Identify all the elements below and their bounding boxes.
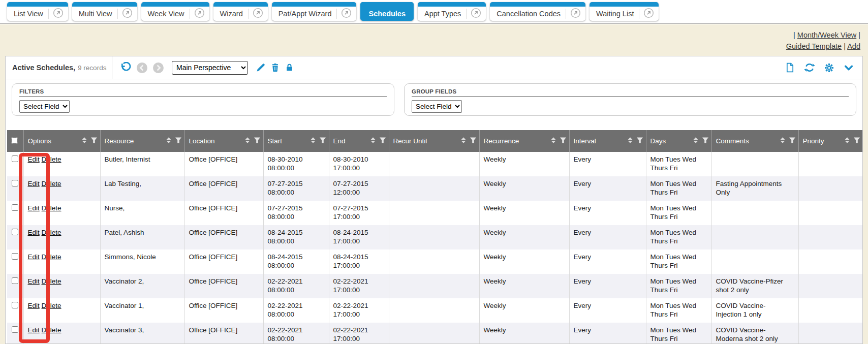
filter-funnel-icon[interactable] <box>175 137 182 145</box>
filter-funnel-icon[interactable] <box>379 137 386 145</box>
delete-link[interactable]: Delete <box>42 155 61 163</box>
sort-icon[interactable] <box>81 137 87 145</box>
separator: | <box>793 31 795 39</box>
cell-recurrence: Weekly <box>479 274 569 298</box>
popout-arrow-icon[interactable] <box>194 8 205 20</box>
sort-icon[interactable] <box>550 137 556 145</box>
edit-link[interactable]: Edit <box>28 253 40 261</box>
tab-label: Multi View <box>79 10 117 18</box>
filter-funnel-icon[interactable] <box>254 137 261 145</box>
row-checkbox[interactable] <box>12 204 18 211</box>
edit-link[interactable]: Edit <box>28 180 40 187</box>
column-header-start: Start <box>263 130 329 152</box>
previous-icon[interactable] <box>136 62 148 74</box>
edit-link[interactable]: Edit <box>28 229 40 236</box>
perspective-select[interactable]: Main Perspective <box>172 61 248 75</box>
delete-link[interactable]: Delete <box>42 302 61 309</box>
add-link[interactable]: Add <box>847 42 860 50</box>
popout-arrow-icon[interactable] <box>53 8 64 20</box>
cell-comments <box>711 152 798 176</box>
cell-interval: Every <box>569 176 646 201</box>
popout-arrow-icon[interactable] <box>341 8 352 20</box>
delete-link[interactable]: Delete <box>42 277 61 285</box>
sort-icon[interactable] <box>310 137 316 145</box>
cell-recur-until <box>389 176 479 201</box>
refresh-icon[interactable] <box>804 62 815 73</box>
sort-icon[interactable] <box>166 137 172 145</box>
delete-link[interactable]: Delete <box>42 180 61 187</box>
sort-icon[interactable] <box>244 137 251 145</box>
popout-arrow-icon[interactable] <box>471 8 481 20</box>
popout-arrow-icon[interactable] <box>253 8 263 20</box>
next-icon[interactable] <box>152 62 164 74</box>
edit-link[interactable]: Edit <box>28 155 40 163</box>
row-checkbox[interactable] <box>12 302 18 308</box>
cell-comments: Fasting Appointments Only <box>711 176 798 201</box>
row-checkbox[interactable] <box>12 277 18 284</box>
filter-funnel-icon[interactable] <box>702 137 709 145</box>
tab-schedules[interactable]: Schedules <box>360 2 414 21</box>
sort-icon[interactable] <box>780 137 786 145</box>
delete-link[interactable]: Delete <box>42 253 61 261</box>
filter-funnel-icon[interactable] <box>560 137 567 145</box>
guided-template-link[interactable]: Guided Template <box>786 42 842 50</box>
reset-icon[interactable] <box>120 62 132 74</box>
delete-link[interactable]: Delete <box>42 229 61 236</box>
lock-icon[interactable] <box>285 62 294 73</box>
tab-cancellation-codes[interactable]: Cancellation Codes <box>490 2 585 21</box>
delete-link[interactable]: Delete <box>42 326 61 334</box>
edit-link[interactable]: Edit <box>28 204 40 212</box>
new-document-icon[interactable] <box>785 62 795 73</box>
sort-icon[interactable] <box>693 137 699 145</box>
popout-arrow-icon[interactable] <box>122 8 133 20</box>
filter-funnel-icon[interactable] <box>789 137 796 145</box>
edit-link[interactable]: Edit <box>28 326 40 334</box>
edit-pencil-icon[interactable] <box>256 62 266 73</box>
tab-list-view[interactable]: List View <box>7 2 68 21</box>
tab-multi-view[interactable]: Multi View <box>72 2 137 21</box>
month-week-view-link[interactable]: Month/Week View <box>797 31 856 39</box>
filter-funnel-icon[interactable] <box>90 137 98 145</box>
tab-appt-types[interactable]: Appt Types <box>418 2 486 21</box>
sort-icon[interactable] <box>844 137 850 145</box>
select-all-checkbox[interactable] <box>11 137 18 144</box>
cell-location: Office [OFFICE] <box>184 298 263 323</box>
popout-arrow-icon[interactable] <box>570 8 581 20</box>
tab-week-view[interactable]: Week View <box>141 2 209 21</box>
cell-location: Office [OFFICE] <box>184 249 263 274</box>
sort-icon[interactable] <box>627 137 633 145</box>
edit-link[interactable]: Edit <box>28 302 40 309</box>
filter-funnel-icon[interactable] <box>319 137 326 145</box>
delete-trash-icon[interactable] <box>270 62 280 73</box>
filter-funnel-icon[interactable] <box>636 137 643 145</box>
cell-start: 02-22-2021 08:00:00 <box>263 298 329 323</box>
row-select-cell <box>7 201 23 225</box>
collapse-chevron-icon[interactable] <box>843 63 854 73</box>
edit-link[interactable]: Edit <box>28 277 40 285</box>
tab-waiting-list[interactable]: Waiting List <box>590 2 659 21</box>
tab-pat-appt-wizard[interactable]: Pat/Appt Wizard <box>272 2 357 21</box>
cell-recurrence: Weekly <box>479 225 569 249</box>
delete-link[interactable]: Delete <box>42 204 61 212</box>
row-checkbox[interactable] <box>12 326 18 333</box>
row-checkbox[interactable] <box>12 253 18 260</box>
cell-priority <box>798 298 863 323</box>
group-fields-select[interactable]: Select Field <box>412 100 462 113</box>
row-checkbox[interactable] <box>12 229 18 235</box>
filter-funnel-icon[interactable] <box>853 137 860 145</box>
cell-end: 08-30-2010 17:00:00 <box>329 152 389 176</box>
settings-gear-icon[interactable] <box>824 62 834 73</box>
sort-icon[interactable] <box>370 137 376 145</box>
filters-field-select[interactable]: Select Field <box>19 100 70 113</box>
popout-arrow-icon[interactable] <box>643 8 654 20</box>
select-all-header <box>7 130 23 152</box>
cell-priority <box>798 225 863 249</box>
cell-resource: Lab Testing, <box>100 176 184 201</box>
column-label: Resource <box>105 137 163 145</box>
sort-icon[interactable] <box>460 137 467 145</box>
filter-funnel-icon[interactable] <box>470 137 477 145</box>
cell-start: 02-22-2021 08:00:00 <box>263 274 329 298</box>
tab-wizard[interactable]: Wizard <box>213 2 268 21</box>
row-checkbox[interactable] <box>12 155 18 162</box>
row-checkbox[interactable] <box>12 180 18 186</box>
